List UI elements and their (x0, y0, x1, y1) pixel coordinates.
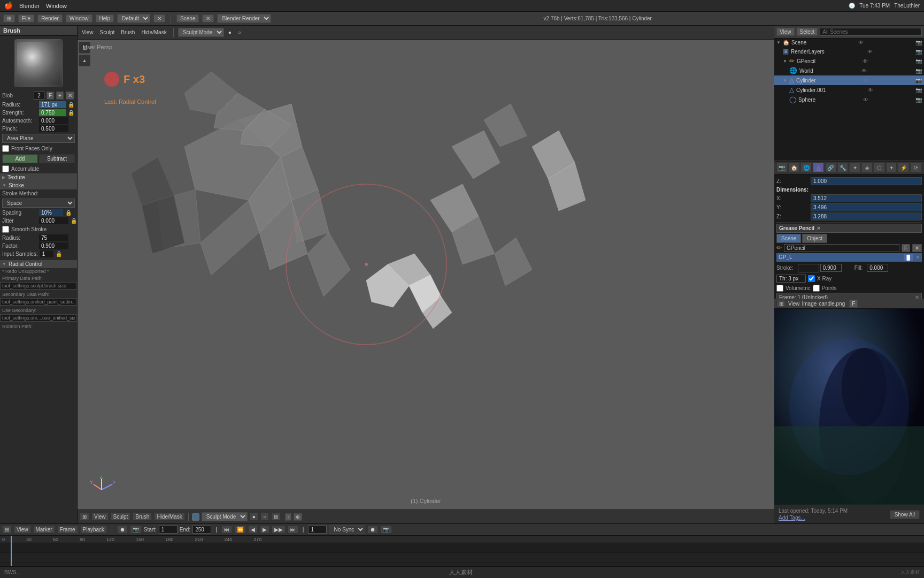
timeline-back-btn[interactable]: ◀ (248, 526, 258, 534)
dim-z-input[interactable] (811, 212, 922, 220)
timeline-end-nav-btn[interactable]: ⏭ (288, 526, 298, 534)
timeline-marker-btn[interactable]: Marker (33, 526, 55, 534)
timeline-start-btn[interactable]: ⏮ (221, 526, 232, 534)
vp-circle-btn[interactable]: ○ (236, 29, 243, 36)
jitter-lock-icon[interactable]: 🔒 (71, 218, 77, 224)
sculpt-mode-select[interactable]: Sculpt Mode (202, 512, 248, 521)
props-particles-btn[interactable]: ✦ (886, 163, 897, 172)
image-view-btn[interactable]: View (788, 301, 800, 307)
strength-input[interactable] (39, 109, 66, 116)
image-f-btn[interactable]: F (849, 300, 858, 308)
gp-object-tab[interactable]: Object (802, 234, 827, 243)
radial-control-header[interactable]: ▼ Radial Control (0, 260, 77, 268)
viewport-3d-area[interactable]: User Persp F x3 Last: Radial Control X Y… (78, 40, 774, 509)
stroke-value-input[interactable] (820, 264, 842, 272)
cylinder-render-icon[interactable]: 📷 (915, 78, 922, 83)
timeline-sync-select[interactable]: No Sync (329, 525, 365, 534)
radius-input[interactable] (39, 101, 66, 108)
props-texture-btn[interactable]: ⬡ (874, 163, 885, 172)
toolbar-help-btn[interactable]: Help (96, 14, 114, 22)
input-samples-input[interactable] (40, 250, 53, 257)
use-secondary-input[interactable] (0, 314, 77, 322)
menu-item-blender[interactable]: Blender (19, 3, 40, 9)
menu-item-window[interactable]: Window (46, 3, 67, 9)
sculpt-brush-btn[interactable]: Brush (133, 513, 152, 521)
fill-value-input[interactable] (867, 264, 888, 272)
smooth-stroke-checkbox[interactable] (2, 226, 9, 233)
props-material-btn[interactable]: ◈ (861, 163, 873, 172)
props-world-btn[interactable]: 🌐 (800, 163, 812, 172)
outliner-item-gpencil[interactable]: ▼ ✏ GPencil 👁 📷 (774, 56, 924, 66)
timeline-track-1[interactable] (0, 543, 924, 553)
timeline-view-btn[interactable]: View (14, 526, 31, 534)
toolbar-window-btn[interactable]: Window (66, 14, 93, 22)
front-faces-checkbox[interactable] (2, 145, 9, 152)
gp-x-btn[interactable]: ✕ (912, 244, 922, 252)
viewport-icon-2[interactable]: ▲ (79, 55, 90, 66)
strength-lock-icon[interactable]: 🔒 (68, 110, 74, 116)
cylinder-eye-icon[interactable]: 👁 (863, 78, 868, 83)
stroke-method-select[interactable]: Space (2, 199, 75, 208)
sculpt-grid2-btn[interactable]: ⊞ (271, 513, 281, 521)
cursor-btn-1[interactable]: ↑ (285, 513, 292, 521)
outliner-item-renderlayers[interactable]: ▣ RenderLayers 👁 📷 (774, 47, 924, 56)
cylinder001-eye-icon[interactable]: 👁 (868, 87, 873, 93)
props-constraint-btn[interactable]: 🔗 (825, 163, 836, 172)
scene-cross-btn[interactable]: ✕ (202, 14, 214, 22)
brush-x-btn[interactable]: ✕ (66, 92, 74, 100)
show-all-button[interactable]: Show All (890, 510, 920, 519)
add-tags-link[interactable]: Add Tags... (779, 515, 848, 521)
gp-f-btn[interactable]: F (902, 244, 910, 252)
sculpt-hidemask-btn[interactable]: Hide/Mask (154, 513, 184, 521)
gp-pencil-input[interactable] (784, 244, 899, 252)
gpencil-render-icon[interactable]: 📷 (915, 58, 922, 64)
outliner-item-world[interactable]: 🌐 World 👁 📷 (774, 66, 924, 75)
props-data-btn[interactable]: ✦ (849, 163, 860, 172)
subtract-button[interactable]: Subtract (39, 154, 75, 163)
vp-sculpt-btn[interactable]: Sculpt (98, 29, 117, 36)
stroke-color-swatch[interactable] (798, 264, 819, 272)
vp-brush-btn[interactable]: Brush (119, 29, 137, 36)
gp-section-header[interactable]: Grease Pencil ✕ (776, 224, 922, 233)
brush-F-btn[interactable]: F (47, 92, 54, 100)
input-samples-lock-icon[interactable]: 🔒 (56, 251, 62, 257)
sphere-render-icon[interactable]: 📷 (915, 97, 922, 103)
points-checkbox[interactable] (813, 285, 820, 292)
viewport[interactable]: View Sculpt Brush Hide/Mask Sculpt Mode … (78, 26, 774, 523)
outliner-item-sphere[interactable]: ◯ Sphere 👁 📷 (774, 95, 924, 104)
gpencil-eye-icon[interactable]: 👁 (863, 58, 868, 64)
engine-select[interactable]: Blender Render (217, 14, 271, 23)
toolbar-file-btn[interactable]: File (18, 14, 34, 22)
cylinder001-render-icon[interactable]: 📷 (915, 87, 922, 93)
outliner-item-scene[interactable]: ▼ 🏠 Scene 👁 📷 (774, 39, 924, 47)
dim-y-input[interactable] (811, 203, 922, 211)
gp-layer-row[interactable]: GP_L █ ✕ (776, 253, 922, 262)
timeline-grid-btn[interactable]: ⊞ (2, 526, 12, 534)
brush-preview[interactable] (14, 39, 63, 87)
texture-section-header[interactable]: ▶ Texture (0, 173, 77, 181)
timeline-track-2[interactable] (0, 553, 924, 562)
outliner-item-cylinder[interactable]: ▼ △ Cylinder 👁 📷 (774, 75, 924, 85)
timeline-start-input[interactable] (159, 526, 178, 534)
front-faces-row[interactable]: Front Faces Only (0, 144, 77, 153)
gp-layer-btn[interactable]: █ (904, 254, 913, 261)
accumulate-checkbox[interactable] (2, 165, 9, 172)
timeline-camera-btn[interactable]: 📷 (130, 526, 142, 534)
timeline-ruler-area[interactable]: 0 30 60 90 120 150 180 210 240 270 (0, 536, 924, 566)
sculpt-mode-dropdown[interactable]: Sculpt Mode (178, 28, 224, 37)
primary-path-input[interactable] (0, 282, 77, 290)
add-button[interactable]: Add (2, 154, 38, 163)
sculpt-circle-btn[interactable]: ○ (260, 513, 269, 521)
image-image-btn[interactable]: Image (802, 301, 817, 307)
props-render-btn[interactable]: 📷 (776, 163, 788, 172)
props-scroll-btn[interactable]: ⟳ (910, 163, 922, 172)
timeline-frame-btn[interactable]: Frame (57, 526, 78, 534)
timeline-record2-btn[interactable]: ⏺ (367, 526, 378, 534)
world-eye-icon[interactable]: 👁 (861, 68, 867, 74)
spacing-lock-icon[interactable]: 🔒 (65, 210, 72, 216)
vp-dot-btn[interactable]: ● (226, 29, 234, 36)
volumetric-checkbox[interactable] (776, 285, 783, 292)
timeline-end-input[interactable] (192, 526, 211, 534)
accumulate-row[interactable]: Accumulate (0, 164, 77, 173)
sculpt-radio-btn[interactable]: ● (250, 513, 258, 521)
